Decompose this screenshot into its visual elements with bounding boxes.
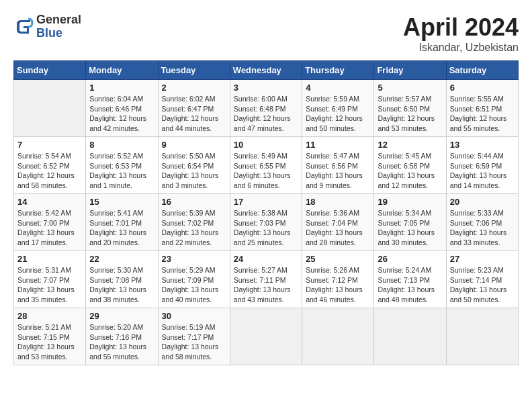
month-title: April 2024 [403,13,519,42]
day-info: Sunrise: 5:42 AM Sunset: 7:00 PM Dayligh… [17,208,82,248]
logo: General Blue [13,13,81,40]
day-info: Sunrise: 6:02 AM Sunset: 6:47 PM Dayligh… [162,94,226,134]
day-info: Sunrise: 5:24 AM Sunset: 7:13 PM Dayligh… [378,265,442,305]
calendar-cell: 27Sunrise: 5:23 AM Sunset: 7:14 PM Dayli… [446,251,518,308]
day-info: Sunrise: 5:47 AM Sunset: 6:56 PM Dayligh… [306,151,370,191]
day-number: 11 [306,140,370,150]
day-number: 12 [378,140,442,150]
col-header-thursday: Thursday [302,61,374,80]
col-header-saturday: Saturday [446,61,518,80]
day-info: Sunrise: 5:59 AM Sunset: 6:49 PM Dayligh… [306,94,370,134]
calendar-cell [302,308,374,365]
day-info: Sunrise: 5:52 AM Sunset: 6:53 PM Dayligh… [89,151,154,191]
day-info: Sunrise: 5:50 AM Sunset: 6:54 PM Dayligh… [162,151,226,191]
day-info: Sunrise: 5:31 AM Sunset: 7:07 PM Dayligh… [17,265,82,305]
day-number: 27 [450,254,515,264]
day-info: Sunrise: 5:41 AM Sunset: 7:01 PM Dayligh… [89,208,154,248]
day-info: Sunrise: 5:39 AM Sunset: 7:02 PM Dayligh… [162,208,226,248]
page-header: General Blue April 2024 Iskandar, Uzbeki… [13,13,519,54]
day-number: 23 [162,254,226,264]
calendar-cell: 2Sunrise: 6:02 AM Sunset: 6:47 PM Daylig… [158,80,230,137]
calendar-cell: 23Sunrise: 5:29 AM Sunset: 7:09 PM Dayli… [158,251,230,308]
calendar-cell: 7Sunrise: 5:54 AM Sunset: 6:52 PM Daylig… [14,137,86,194]
week-row-2: 7Sunrise: 5:54 AM Sunset: 6:52 PM Daylig… [14,137,519,194]
day-number: 8 [89,140,154,150]
day-info: Sunrise: 5:19 AM Sunset: 7:17 PM Dayligh… [162,322,226,362]
title-block: April 2024 Iskandar, Uzbekistan [403,13,519,54]
day-number: 19 [378,197,442,207]
day-info: Sunrise: 5:23 AM Sunset: 7:14 PM Dayligh… [450,265,515,305]
logo-icon [13,17,34,37]
week-row-5: 28Sunrise: 5:21 AM Sunset: 7:15 PM Dayli… [14,308,519,365]
col-header-monday: Monday [86,61,158,80]
calendar-cell: 4Sunrise: 5:59 AM Sunset: 6:49 PM Daylig… [302,80,374,137]
week-row-1: 1Sunrise: 6:04 AM Sunset: 6:46 PM Daylig… [14,80,519,137]
day-number: 16 [162,197,226,207]
week-row-3: 14Sunrise: 5:42 AM Sunset: 7:00 PM Dayli… [14,194,519,251]
day-info: Sunrise: 5:57 AM Sunset: 6:50 PM Dayligh… [378,94,442,134]
day-info: Sunrise: 5:21 AM Sunset: 7:15 PM Dayligh… [17,322,82,362]
calendar-cell [14,80,86,137]
day-info: Sunrise: 6:00 AM Sunset: 6:48 PM Dayligh… [234,94,298,134]
day-number: 14 [17,197,82,207]
calendar-cell: 1Sunrise: 6:04 AM Sunset: 6:46 PM Daylig… [86,80,158,137]
calendar-cell [230,308,302,365]
day-info: Sunrise: 5:29 AM Sunset: 7:09 PM Dayligh… [162,265,226,305]
col-header-wednesday: Wednesday [230,61,302,80]
calendar-cell: 30Sunrise: 5:19 AM Sunset: 7:17 PM Dayli… [158,308,230,365]
day-info: Sunrise: 5:26 AM Sunset: 7:12 PM Dayligh… [306,265,370,305]
header-row: SundayMondayTuesdayWednesdayThursdayFrid… [14,61,519,80]
calendar-cell: 16Sunrise: 5:39 AM Sunset: 7:02 PM Dayli… [158,194,230,251]
day-number: 25 [306,254,370,264]
day-info: Sunrise: 5:54 AM Sunset: 6:52 PM Dayligh… [17,151,82,191]
calendar-cell: 12Sunrise: 5:45 AM Sunset: 6:58 PM Dayli… [374,137,446,194]
day-info: Sunrise: 5:34 AM Sunset: 7:05 PM Dayligh… [378,208,442,248]
calendar-cell: 17Sunrise: 5:38 AM Sunset: 7:03 PM Dayli… [230,194,302,251]
day-info: Sunrise: 5:49 AM Sunset: 6:55 PM Dayligh… [234,151,298,191]
calendar-cell [446,308,518,365]
day-info: Sunrise: 5:45 AM Sunset: 6:58 PM Dayligh… [378,151,442,191]
day-info: Sunrise: 5:30 AM Sunset: 7:08 PM Dayligh… [89,265,154,305]
day-info: Sunrise: 5:20 AM Sunset: 7:16 PM Dayligh… [89,322,154,362]
calendar-cell: 6Sunrise: 5:55 AM Sunset: 6:51 PM Daylig… [446,80,518,137]
calendar-cell: 11Sunrise: 5:47 AM Sunset: 6:56 PM Dayli… [302,137,374,194]
col-header-tuesday: Tuesday [158,61,230,80]
day-info: Sunrise: 6:04 AM Sunset: 6:46 PM Dayligh… [89,94,154,134]
calendar-table: SundayMondayTuesdayWednesdayThursdayFrid… [13,60,519,365]
day-number: 10 [234,140,298,150]
day-info: Sunrise: 5:36 AM Sunset: 7:04 PM Dayligh… [306,208,370,248]
calendar-cell: 25Sunrise: 5:26 AM Sunset: 7:12 PM Dayli… [302,251,374,308]
day-info: Sunrise: 5:33 AM Sunset: 7:06 PM Dayligh… [450,208,515,248]
day-number: 1 [89,83,154,93]
calendar-cell: 26Sunrise: 5:24 AM Sunset: 7:13 PM Dayli… [374,251,446,308]
calendar-cell: 10Sunrise: 5:49 AM Sunset: 6:55 PM Dayli… [230,137,302,194]
calendar-cell: 20Sunrise: 5:33 AM Sunset: 7:06 PM Dayli… [446,194,518,251]
week-row-4: 21Sunrise: 5:31 AM Sunset: 7:07 PM Dayli… [14,251,519,308]
calendar-cell: 13Sunrise: 5:44 AM Sunset: 6:59 PM Dayli… [446,137,518,194]
day-number: 24 [234,254,298,264]
day-info: Sunrise: 5:44 AM Sunset: 6:59 PM Dayligh… [450,151,515,191]
col-header-sunday: Sunday [14,61,86,80]
day-number: 18 [306,197,370,207]
calendar-cell: 14Sunrise: 5:42 AM Sunset: 7:00 PM Dayli… [14,194,86,251]
day-number: 2 [162,83,226,93]
day-info: Sunrise: 5:27 AM Sunset: 7:11 PM Dayligh… [234,265,298,305]
logo-general: General [36,13,81,27]
day-number: 30 [162,311,226,321]
day-info: Sunrise: 5:38 AM Sunset: 7:03 PM Dayligh… [234,208,298,248]
calendar-cell: 3Sunrise: 6:00 AM Sunset: 6:48 PM Daylig… [230,80,302,137]
calendar-cell: 29Sunrise: 5:20 AM Sunset: 7:16 PM Dayli… [86,308,158,365]
day-number: 17 [234,197,298,207]
calendar-cell: 19Sunrise: 5:34 AM Sunset: 7:05 PM Dayli… [374,194,446,251]
calendar-cell: 18Sunrise: 5:36 AM Sunset: 7:04 PM Dayli… [302,194,374,251]
calendar-cell: 8Sunrise: 5:52 AM Sunset: 6:53 PM Daylig… [86,137,158,194]
day-number: 6 [450,83,515,93]
logo-blue: Blue [36,27,81,40]
day-number: 21 [17,254,82,264]
day-info: Sunrise: 5:55 AM Sunset: 6:51 PM Dayligh… [450,94,515,134]
day-number: 3 [234,83,298,93]
location: Iskandar, Uzbekistan [403,42,519,54]
calendar-cell: 22Sunrise: 5:30 AM Sunset: 7:08 PM Dayli… [86,251,158,308]
day-number: 26 [378,254,442,264]
calendar-cell: 28Sunrise: 5:21 AM Sunset: 7:15 PM Dayli… [14,308,86,365]
